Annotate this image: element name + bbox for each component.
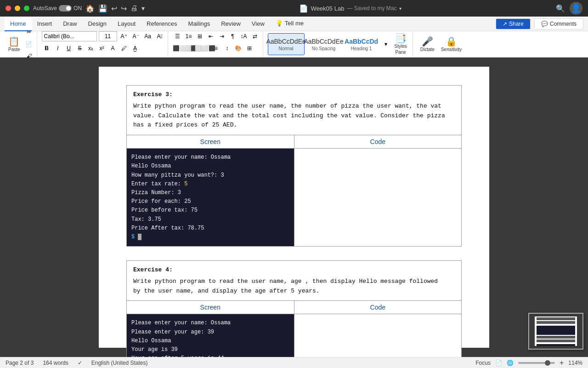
print-icon[interactable]: 🖨 [130, 4, 138, 12]
autosave-pill[interactable] [59, 5, 72, 12]
subscript-button[interactable]: x₂ [86, 43, 96, 53]
ex4-line-1: Please enter your name: Ossama [131, 319, 289, 328]
dictate-button[interactable]: 🎤 Dictate [418, 33, 437, 55]
exercise-3-text: Write python program to read the user na… [133, 102, 455, 130]
share-button[interactable]: ↗ Share [496, 18, 531, 29]
bullets-button[interactable]: ☰ [173, 31, 183, 41]
exercise-3-terminal: Please enter your name: Ossama Hello Oss… [131, 153, 289, 242]
zoom-in-button[interactable]: + [560, 359, 564, 367]
tab-design[interactable]: Design [83, 17, 112, 31]
ribbon-tabs: Home Insert Draw Design Layout Reference… [0, 17, 588, 31]
word-icon: 📄 [299, 4, 308, 13]
main-content: Exercise 3: Write python program to read… [0, 58, 588, 357]
exercise-4-description: Exercise 4: Write python program to read… [127, 261, 461, 301]
tab-mailings[interactable]: Mailings [183, 17, 216, 31]
customize-icon[interactable]: ▾ [141, 5, 145, 12]
cursor [138, 234, 141, 240]
ltr-rtl-button[interactable]: ⇄ [250, 31, 260, 41]
font-size-input[interactable] [99, 31, 117, 41]
ex4-line-2: Please enter your age: 39 [131, 328, 289, 337]
word-count: 164 words [43, 360, 68, 366]
exercise-4-screen-header: Screen [127, 301, 294, 314]
marks-button[interactable]: ¶ [228, 31, 238, 41]
ribbon: Home Insert Draw Design Layout Reference… [0, 17, 588, 58]
justify-button[interactable]: ≡ [211, 43, 221, 53]
search-icon[interactable]: 🔍 [556, 4, 565, 13]
decrease-indent-button[interactable]: ⇤ [206, 31, 216, 41]
tab-insert[interactable]: Insert [32, 17, 58, 31]
focus-label[interactable]: Focus [475, 360, 491, 366]
autosave-label: AutoSave [33, 5, 57, 12]
style-heading1[interactable]: AaBbCcDd Heading 1 [343, 33, 380, 55]
highlight-button[interactable]: 🖊 [119, 43, 129, 53]
tab-view[interactable]: View [246, 17, 270, 31]
language: English (United States) [91, 360, 148, 366]
italic-button[interactable]: I [53, 43, 63, 53]
grow-font-button[interactable]: A⁺ [119, 31, 129, 41]
exercise-3-screen: Please enter your name: Ossama Hello Oss… [127, 149, 294, 246]
shading-button[interactable]: A̲ [130, 43, 140, 53]
exercise-4-label: Exercise 4: [133, 265, 455, 275]
sort-button[interactable]: ↕A [239, 31, 249, 41]
underline-button[interactable]: U [64, 43, 74, 53]
terminal-line-1: Please enter your name: Ossama [131, 153, 289, 162]
ribbon-tools: 📋 Paste ✂ 📄 🖌 A⁺ A⁻ Aa A⃝ B I U [0, 31, 588, 57]
page-thumbnail [528, 313, 583, 350]
paste-icon: 📋 [8, 37, 20, 46]
home-icon[interactable]: 🏠 [85, 4, 95, 13]
exercise-4-col-content: Please enter your name: Ossama Please en… [127, 314, 461, 357]
tab-draw[interactable]: Draw [57, 17, 82, 31]
bold-button[interactable]: B [42, 43, 52, 53]
styles-pane-button[interactable]: 📑 Styles Pane [392, 33, 410, 55]
paste-button[interactable]: 📋 Paste [6, 33, 23, 55]
align-right-button[interactable]: ⬜⬜⬛ [200, 43, 210, 53]
ribbon-tab-right: ↗ Share 💬 Comments [496, 18, 583, 29]
saved-status: — Saved to my Mac [347, 5, 396, 12]
strikethrough-button[interactable]: S [75, 43, 85, 53]
view-print-icon[interactable]: 📄 [495, 360, 502, 366]
shading2-button[interactable]: 🎨 [233, 43, 243, 53]
zoom-slider[interactable] [518, 362, 555, 364]
maximize-icon[interactable] [24, 6, 29, 11]
comments-button[interactable]: 💬 Comments [534, 18, 583, 29]
exercise-4-block: Exercise 4: Write python program to read… [126, 260, 462, 357]
exercise-3-code-header: Code [294, 135, 462, 148]
case-button[interactable]: Aa [143, 31, 153, 41]
line-spacing-button[interactable]: ↕ [222, 43, 232, 53]
profile-icon[interactable]: 👤 [570, 2, 582, 15]
clear-format-button[interactable]: A⃝ [155, 31, 165, 41]
page-info: Page 2 of 3 [6, 360, 34, 366]
multilevel-button[interactable]: ⊞ [195, 31, 205, 41]
tab-layout[interactable]: Layout [112, 17, 141, 31]
title-bar: AutoSave ON 🏠 💾 ↩ ↪ 🖨 ▾ 📄 Week05 Lab — S… [0, 0, 588, 17]
format-btns: B I U S x₂ x² A 🖊 A̲ [42, 43, 140, 53]
status-bar: Page 2 of 3 164 words ✓ English (United … [0, 357, 588, 368]
sensitivity-button[interactable]: 🔒 Sensitivity [438, 33, 464, 55]
autosave-state: ON [74, 5, 82, 12]
autosave-toggle[interactable]: AutoSave ON [33, 5, 82, 12]
close-icon[interactable] [6, 6, 11, 11]
border-button[interactable]: ⊞ [244, 43, 254, 53]
save-icon[interactable]: 💾 [98, 4, 107, 13]
copy-button[interactable]: 📄 [24, 39, 34, 49]
tab-tellme[interactable]: 💡 Tell me [270, 17, 309, 31]
tab-references[interactable]: References [141, 17, 182, 31]
minimize-icon[interactable] [15, 6, 20, 11]
font-name-input[interactable] [42, 31, 97, 41]
numbering-button[interactable]: 1≡ [184, 31, 194, 41]
undo-icon[interactable]: ↩ [111, 4, 117, 13]
cut-button[interactable]: ✂ [24, 27, 34, 37]
dropdown-icon[interactable]: ▾ [399, 6, 401, 11]
exercise-3-col-content: Please enter your name: Ossama Hello Oss… [127, 149, 461, 246]
style-no-spacing[interactable]: AaBbCcDdEe No Spacing [305, 33, 342, 55]
tab-review[interactable]: Review [215, 17, 246, 31]
increase-indent-button[interactable]: ⇥ [217, 31, 227, 41]
view-web-icon[interactable]: 🌐 [507, 360, 514, 366]
redo-icon[interactable]: ↪ [121, 4, 127, 13]
style-normal[interactable]: AaBbCcDdEe Normal [268, 33, 305, 55]
superscript-button[interactable]: x² [97, 43, 107, 53]
shrink-font-button[interactable]: A⁻ [131, 31, 141, 41]
more-styles-button[interactable]: ▾ [381, 39, 391, 49]
terminal-line-4: Enter tax rate: 5 [131, 180, 289, 189]
font-color-button[interactable]: A [108, 43, 118, 53]
